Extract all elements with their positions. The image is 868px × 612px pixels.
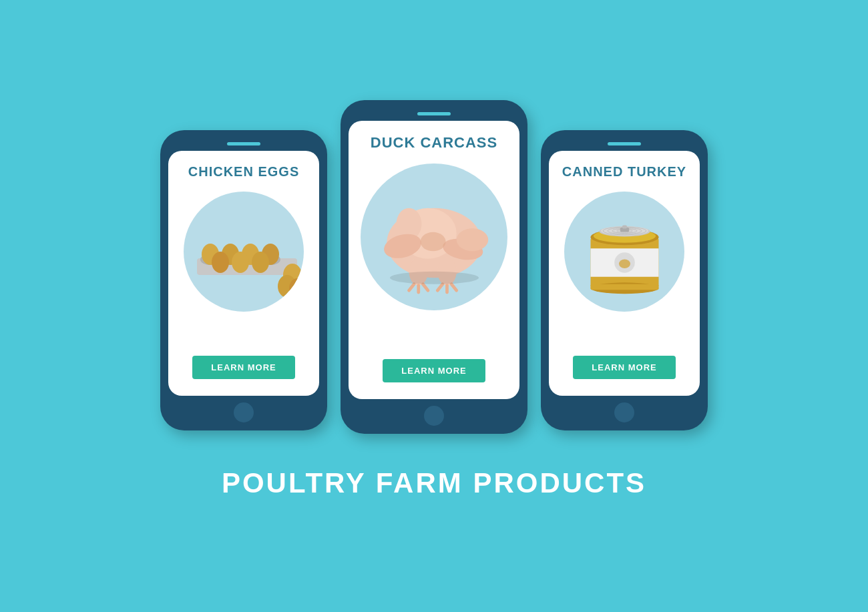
phone-top-bar-3 bbox=[549, 138, 700, 151]
phone-duck-carcass: DUCK CARCASS bbox=[341, 100, 527, 434]
svg-point-30 bbox=[390, 272, 479, 284]
phone-screen-1: CHICKEN EGGS bbox=[168, 151, 319, 396]
svg-line-21 bbox=[409, 284, 414, 291]
svg-point-34 bbox=[619, 259, 630, 268]
learn-more-button-eggs[interactable]: LEARN MORE bbox=[192, 356, 294, 379]
phone-canned-turkey: CANNED TURKEY bbox=[541, 130, 708, 430]
svg-point-10 bbox=[232, 252, 249, 273]
product-title-turkey: CANNED TURKEY bbox=[562, 164, 686, 180]
phone-top-bar-1 bbox=[168, 138, 319, 151]
product-circle-eggs bbox=[184, 192, 304, 312]
phone-screen-2: DUCK CARCASS bbox=[349, 121, 519, 399]
svg-point-13 bbox=[278, 275, 296, 298]
product-circle-turkey bbox=[564, 192, 684, 312]
phone-home-btn-1[interactable] bbox=[234, 402, 254, 422]
learn-more-button-turkey[interactable]: LEARN MORE bbox=[573, 356, 675, 379]
svg-point-9 bbox=[212, 252, 229, 273]
svg-line-27 bbox=[451, 284, 457, 291]
product-title-eggs: CHICKEN EGGS bbox=[188, 164, 299, 180]
phone-speaker-1 bbox=[227, 142, 260, 145]
svg-point-28 bbox=[456, 228, 488, 251]
phone-home-btn-3[interactable] bbox=[614, 402, 634, 422]
phone-speaker-3 bbox=[608, 142, 641, 145]
svg-line-25 bbox=[437, 284, 443, 291]
product-title-duck: DUCK CARCASS bbox=[371, 134, 497, 151]
phone-screen-3: CANNED TURKEY bbox=[549, 151, 700, 396]
phones-container: CHICKEN EGGS bbox=[160, 113, 708, 434]
phone-top-bar-2 bbox=[349, 108, 519, 121]
product-circle-duck bbox=[361, 164, 507, 310]
footer-title: POULTRY FARM PRODUCTS bbox=[222, 467, 646, 499]
phone-chicken-eggs: CHICKEN EGGS bbox=[160, 130, 327, 430]
svg-line-23 bbox=[423, 284, 428, 291]
svg-point-11 bbox=[252, 252, 269, 273]
learn-more-button-duck[interactable]: LEARN MORE bbox=[383, 359, 485, 382]
phone-speaker-2 bbox=[417, 112, 451, 115]
svg-point-29 bbox=[420, 232, 445, 252]
phone-home-btn-2[interactable] bbox=[424, 406, 444, 426]
svg-rect-44 bbox=[622, 225, 627, 228]
svg-rect-46 bbox=[590, 284, 658, 290]
